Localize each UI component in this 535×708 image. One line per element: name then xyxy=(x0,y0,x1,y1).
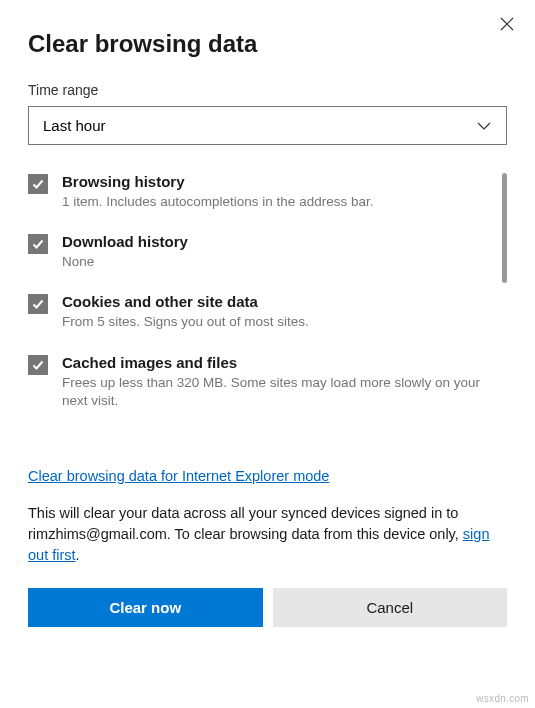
notice-text: This will clear your data across all you… xyxy=(28,505,463,542)
option-cached: Cached images and files Frees up less th… xyxy=(28,354,489,410)
check-icon xyxy=(31,237,45,251)
scrollbar[interactable] xyxy=(502,173,507,283)
checkbox-browsing-history[interactable] xyxy=(28,174,48,194)
option-desc: 1 item. Includes autocompletions in the … xyxy=(62,193,489,211)
notice-post: . xyxy=(76,547,80,563)
options-list: Browsing history 1 item. Includes autoco… xyxy=(28,173,507,453)
time-range-value: Last hour xyxy=(43,117,106,134)
option-title: Cached images and files xyxy=(62,354,489,371)
cancel-button[interactable]: Cancel xyxy=(273,588,508,627)
option-desc: None xyxy=(62,253,489,271)
time-range-select[interactable]: Last hour xyxy=(28,106,507,145)
option-browsing-history: Browsing history 1 item. Includes autoco… xyxy=(28,173,489,211)
checkbox-cached[interactable] xyxy=(28,355,48,375)
checkbox-download-history[interactable] xyxy=(28,234,48,254)
close-button[interactable] xyxy=(495,12,519,36)
option-desc: From 5 sites. Signs you out of most site… xyxy=(62,313,489,331)
option-title: Browsing history xyxy=(62,173,489,190)
clear-browsing-data-dialog: Clear browsing data Time range Last hour… xyxy=(0,0,535,647)
chevron-down-icon xyxy=(476,117,492,134)
dialog-title: Clear browsing data xyxy=(28,30,507,58)
watermark: wsxdn.com xyxy=(476,693,529,704)
time-range-label: Time range xyxy=(28,82,507,98)
close-icon xyxy=(499,16,515,32)
check-icon xyxy=(31,177,45,191)
clear-now-button[interactable]: Clear now xyxy=(28,588,263,627)
dialog-buttons: Clear now Cancel xyxy=(28,588,507,627)
ie-mode-link[interactable]: Clear browsing data for Internet Explore… xyxy=(28,468,329,484)
option-desc: Frees up less than 320 MB. Some sites ma… xyxy=(62,374,489,410)
option-title: Cookies and other site data xyxy=(62,293,489,310)
checkbox-cookies[interactable] xyxy=(28,294,48,314)
option-cookies: Cookies and other site data From 5 sites… xyxy=(28,293,489,331)
check-icon xyxy=(31,358,45,372)
sync-notice: This will clear your data across all you… xyxy=(28,503,507,566)
option-title: Download history xyxy=(62,233,489,250)
check-icon xyxy=(31,297,45,311)
option-download-history: Download history None xyxy=(28,233,489,271)
